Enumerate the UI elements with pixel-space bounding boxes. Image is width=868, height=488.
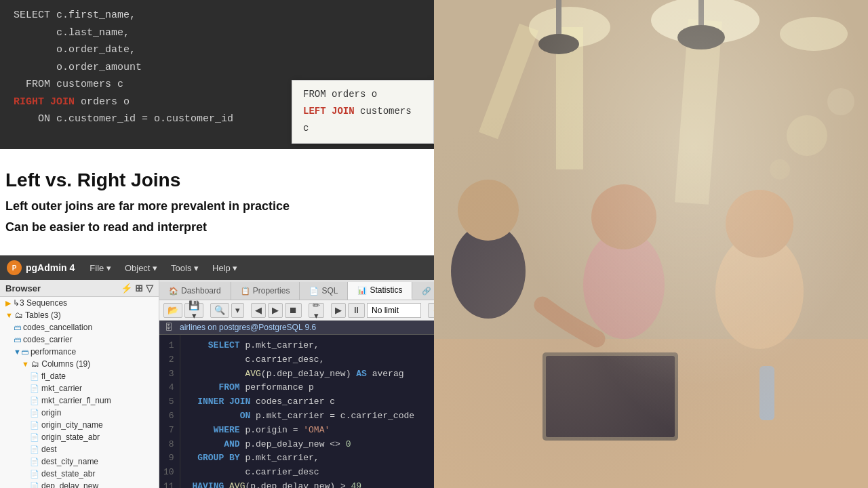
tree-col-origin-label: origin [41,408,61,418]
sql-panel: 🏠 Dashboard 📋 Properties 📄 SQL 📊 Statist… [159,280,434,488]
tree-col-dest_state_abr[interactable]: 📄 dest_state_abr [0,468,159,480]
tree-col-mkt_carrier-label: mkt_carrier [41,384,82,393]
statistics-icon: 📊 [357,286,367,295]
pgadmin-body: Browser ⚡ ⊞ ▽ ▶ ↳3 Sequences ▼ 🗂 Tables … [0,280,434,488]
menu-tools[interactable]: Tools ▾ [165,260,204,276]
tab-sql-label: SQL [321,286,338,296]
ln-4: 4 [163,381,174,395]
code-area: SELECT c.first_name, c.last_name, o.orde… [0,0,434,149]
properties-icon: 📋 [241,287,250,296]
tree-tables-label: 🗂 Tables (3) [15,310,61,320]
save-btn[interactable]: 💾 ▾ [184,303,203,318]
pgadmin-section: P pgAdmin 4 File ▾ Object ▾ Tools ▾ Help… [0,255,434,488]
tree-columns[interactable]: ▼ 🗂 Columns (19) [0,358,159,370]
photo-background [434,0,868,488]
filter-icon[interactable]: ▽ [146,283,153,293]
pgadmin-logo-icon: P [7,260,22,275]
tree-sequences-label: ↳3 Sequences [13,298,67,308]
tree-codes-cancellation[interactable]: 🗃 codes_cancellation [0,321,159,333]
tree-columns-label: 🗂 Columns (19) [31,359,90,369]
tab-sql[interactable]: 📄 SQL [300,282,348,300]
db-icon: 🗄 [165,323,173,332]
col-icon-7: 📄 [30,445,39,454]
text-section: Left vs. Right Joins Left outer joins ar… [0,149,434,255]
ln-5: 5 [163,395,174,409]
right-panel [434,0,868,488]
tree-col-mkt_carrier_fl_num[interactable]: 📄 mkt_carrier_fl_num [0,394,159,407]
photo-overlay [434,0,868,488]
menu-object[interactable]: Object ▾ [119,260,163,276]
tree-sequences[interactable]: ▶ ↳3 Sequences [0,297,159,309]
tree-col-origin_city_name-label: origin_city_name [41,420,103,430]
refresh-icon[interactable]: ⚡ [121,283,132,293]
run2-btn[interactable]: ⏸ [348,303,365,318]
tree-codes-carrier[interactable]: 🗃 codes_carrier [0,333,159,346]
filter-btn[interactable]: ▾ [231,303,244,318]
tree-performance-label: performance [31,347,76,357]
tab-dependencies[interactable]: 🔗 Dependencies [412,282,434,300]
tree-col-dest_state_abr-label: dest_state_abr [41,469,95,479]
query-tabbar: 🗄 airlines on postgres@PostgreSQL 9.6 [159,321,434,335]
lightning-btn[interactable]: ⚡ [428,303,434,318]
run-btn[interactable]: ▶ [331,303,346,318]
tab-properties[interactable]: 📋 Properties [231,282,300,300]
search-btn[interactable]: 🔍 [210,303,229,318]
tree-col-origin_state_abr-label: origin_state_abr [41,432,100,442]
browser-panel: Browser ⚡ ⊞ ▽ ▶ ↳3 Sequences ▼ 🗂 Tables … [0,280,159,488]
code-line-1: SELECT c.first_name, [14,7,420,24]
browser-header: Browser ⚡ ⊞ ▽ [0,280,159,297]
tab-statistics-label: Statistics [370,285,402,295]
pgadmin-topbar: P pgAdmin 4 File ▾ Object ▾ Tools ▾ Help… [0,256,434,280]
forward-btn[interactable]: ▶ [268,303,283,318]
ln-7: 7 [163,424,174,438]
code-content[interactable]: SELECT p.mkt_carrier, c.carrier_desc, AV… [180,335,434,488]
tree-col-origin[interactable]: 📄 origin [0,407,159,419]
edit-btn[interactable]: ✏ ▾ [309,303,324,318]
join-tooltip: FROM orders o LEFT JOIN customers c [292,80,434,144]
tree-col-fl_date-label: fl_date [41,371,66,381]
folder-icon-2: ▼ [5,311,13,319]
code-editor[interactable]: 1 2 3 4 5 6 7 8 9 10 11 12 SELECT p.mkt_… [159,335,434,488]
tree-performance[interactable]: ▼🗃 performance [0,346,159,358]
section-line2: Can be easier to read and interpret [5,220,420,235]
tree-col-dest[interactable]: 📄 dest [0,443,159,455]
tab-statistics[interactable]: 📊 Statistics [348,282,412,300]
tab-dashboard-label: Dashboard [181,286,221,296]
col-icon-8: 📄 [30,458,39,466]
tree-col-fl_date[interactable]: 📄 fl_date [0,370,159,382]
tree-codes-cancellation-label: codes_cancellation [23,323,92,332]
back-btn[interactable]: ◀ [251,303,266,318]
tree-col-dep_delay_new[interactable]: 📄 dep_delay_new [0,480,159,488]
dependencies-icon: 🔗 [422,287,431,296]
line-numbers: 1 2 3 4 5 6 7 8 9 10 11 12 [159,335,180,488]
ln-10: 10 [163,466,174,480]
col-icon-2: 📄 [30,384,39,393]
table-icon-3: ▼🗃 [14,348,28,356]
tab-properties-label: Properties [253,286,290,296]
query-tab-label: airlines on postgres@PostgreSQL 9.6 [180,323,316,332]
tree-col-dest_city_name[interactable]: 📄 dest_city_name [0,455,159,468]
sql-toolbar: 📂 💾 ▾ 🔍 ▾ ◀ ▶ ⏹ ✏ ▾ ▶ ⏸ ⚡ [159,300,434,321]
open-btn[interactable]: 📂 [163,303,182,318]
col-icon-5: 📄 [30,421,39,430]
tree-col-dest-label: dest [41,445,57,454]
menu-help[interactable]: Help ▾ [207,260,243,276]
tree-col-mkt_carrier[interactable]: 📄 mkt_carrier [0,382,159,394]
table-icon-1: 🗃 [14,323,21,331]
tree-col-origin_city_name[interactable]: 📄 origin_city_name [0,419,159,431]
tab-dashboard[interactable]: 🏠 Dashboard [159,282,231,300]
folder-icon: ▶ [5,299,11,308]
menu-file[interactable]: File ▾ [84,260,117,276]
no-limit-input[interactable] [367,303,421,318]
tree-col-origin_state_abr[interactable]: 📄 origin_state_abr [0,431,159,443]
stop-btn[interactable]: ⏹ [285,303,302,318]
code-line-3: o.order_date, [14,41,420,59]
grid-icon[interactable]: ⊞ [135,283,143,293]
tree-tables[interactable]: ▼ 🗂 Tables (3) [0,309,159,321]
section-line1: Left outer joins are far more prevalent … [5,199,420,214]
pgadmin-logo: P pgAdmin 4 [7,260,75,275]
ln-1: 1 [163,339,174,353]
pgadmin-title: pgAdmin 4 [26,262,75,273]
col-icon-1: 📄 [30,372,39,381]
sql-icon: 📄 [309,287,319,296]
